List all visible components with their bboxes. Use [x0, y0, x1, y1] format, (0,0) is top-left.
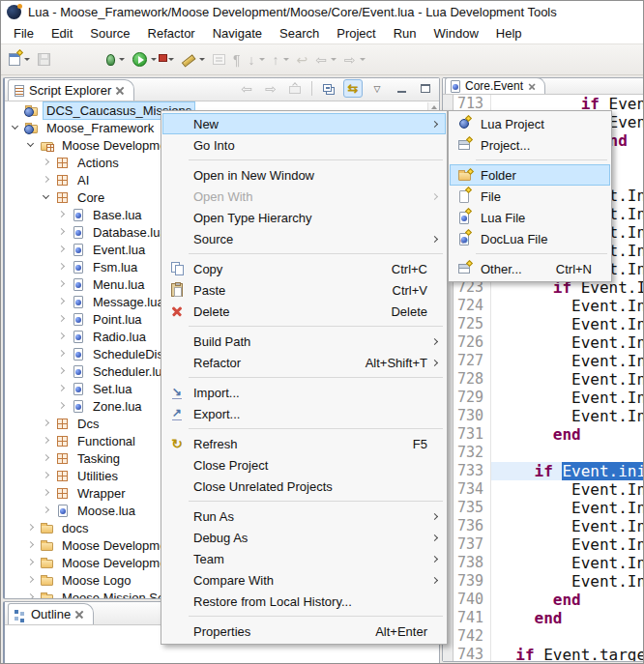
menu-window[interactable]: Window — [425, 24, 487, 43]
code-text[interactable]: Event.IniDCSUnitName = Event.IniDCSUnit:… — [491, 499, 643, 517]
menu-edit[interactable]: Edit — [43, 24, 81, 43]
menu-item-build-path[interactable]: Build Path — [162, 331, 446, 352]
menu-item-lua-file[interactable]: Lua File — [450, 207, 610, 228]
code-text[interactable]: Event.IniDCSGroup = Event.IniDCSUnit:get… — [491, 554, 643, 572]
menu-item-source[interactable]: Source — [162, 228, 446, 249]
run-button[interactable] — [131, 48, 159, 72]
menu-item-other[interactable]: Other...Ctrl+N — [450, 258, 610, 279]
chevron-right-icon[interactable] — [57, 384, 67, 393]
view-menu-button[interactable]: ▽ — [367, 79, 387, 98]
forward-history-button[interactable]: ⇨ — [342, 48, 367, 72]
chevron-right-icon[interactable] — [57, 401, 67, 411]
forward-button[interactable]: ⇨ — [261, 79, 280, 98]
menu-item-delete[interactable]: DeleteDelete — [162, 301, 446, 322]
menu-item-restore-from-local-history[interactable]: Restore from Local History... — [162, 591, 446, 612]
code-text[interactable]: end — [491, 591, 643, 609]
code-line[interactable]: 728 Event.IniUnit = UNIT:FindByName( Eve… — [454, 370, 643, 389]
code-line[interactable]: 739 Event.IniGroupName = Event.IniDCSGro… — [454, 572, 643, 591]
code-line[interactable]: 725 Event.IniDCSGroupName = Event.IniDCS… — [454, 315, 643, 333]
maximize-button[interactable] — [416, 79, 435, 98]
menu-refactor[interactable]: Refactor — [139, 24, 204, 43]
menu-item-export[interactable]: ↗Export... — [162, 403, 446, 424]
chevron-right-icon[interactable] — [57, 262, 67, 272]
chevron-right-icon[interactable] — [26, 540, 36, 550]
chevron-down-icon[interactable] — [11, 123, 20, 132]
tab-outline[interactable]: Outline — [8, 603, 94, 624]
code-text[interactable]: Event.IniDCSGroupName = Event.IniDCSGrou… — [491, 315, 643, 333]
menu-project[interactable]: Project — [328, 24, 384, 43]
chevron-right-icon[interactable] — [57, 349, 67, 359]
code-text[interactable]: Event.IniCoalition = Event.IniDCSUnit:ge… — [491, 389, 643, 407]
chevron-down-icon[interactable] — [26, 140, 36, 150]
chevron-right-icon[interactable] — [26, 523, 36, 533]
scroll-up-icon[interactable] — [431, 105, 437, 109]
code-text[interactable]: Event.IniCategory = Event.IniDCSUnit:get… — [491, 407, 643, 425]
chevron-right-icon[interactable] — [42, 436, 51, 446]
code-line[interactable]: 737 Event.IniUnit = UNIT:FindByName( Eve… — [454, 535, 643, 554]
chevron-right-icon[interactable] — [57, 314, 67, 324]
code-line[interactable]: 738 Event.IniDCSGroup = Event.IniDCSUnit… — [454, 554, 643, 572]
menu-item-run-as[interactable]: Run As — [162, 505, 446, 527]
previous-annotation-button[interactable]: ↑ — [271, 48, 291, 72]
code-line[interactable]: 727 Event.IniUnitName = Event.IniDCSUnit… — [454, 352, 643, 370]
chevron-right-icon[interactable] — [42, 505, 51, 515]
back-history-button[interactable]: ⇦ — [313, 48, 338, 72]
code-line[interactable]: 736 Event.IniUnitName = Event.IniDCSUnit… — [454, 517, 643, 535]
mark-occurrences-button[interactable] — [180, 48, 207, 72]
link-with-editor-button[interactable]: ⇆ — [343, 79, 363, 98]
menu-navigate[interactable]: Navigate — [204, 24, 271, 43]
menu-item-properties[interactable]: PropertiesAlt+Enter — [162, 621, 446, 642]
last-edit-location-button[interactable]: ↩ — [295, 48, 310, 72]
menu-item-close-project[interactable]: Close Project — [162, 454, 446, 476]
code-line[interactable]: 726 Event.IniDCSUnitName = Event.IniDCSU… — [454, 333, 643, 352]
menu-item-folder[interactable]: Folder — [450, 164, 610, 186]
dropdown-arrow-icon[interactable] — [24, 58, 30, 61]
collapse-all-button[interactable] — [319, 79, 338, 98]
code-text[interactable]: Event.IniDCSUnit = Event.initiator — [491, 480, 643, 499]
chevron-right-icon[interactable] — [42, 419, 51, 428]
dropdown-arrow-icon[interactable] — [259, 58, 265, 61]
code-line[interactable]: 724 Event.IniDCSGroup = Event.IniDCSUnit… — [454, 297, 643, 315]
chevron-right-icon[interactable] — [42, 175, 51, 185]
menu-item-paste[interactable]: PasteCtrl+V — [162, 279, 446, 301]
minimize-button[interactable] — [392, 79, 411, 98]
code-text[interactable]: Event.IniDCSUnitName = Event.IniDCSUnit:… — [491, 333, 643, 352]
close-icon[interactable] — [529, 82, 536, 89]
code-line[interactable]: 731 end — [454, 425, 643, 444]
menu-item-debug-as[interactable]: Debug As — [162, 527, 446, 548]
menu-search[interactable]: Search — [271, 24, 328, 43]
close-icon[interactable] — [75, 610, 84, 619]
menu-item-compare-with[interactable]: Compare With — [162, 569, 446, 591]
menu-item-copy[interactable]: CopyCtrl+C — [162, 258, 446, 279]
code-line[interactable]: 743 if Event.target then — [454, 646, 643, 661]
chevron-right-icon[interactable] — [42, 488, 51, 498]
show-whitespace-button[interactable]: ¶ — [231, 48, 243, 72]
menu-help[interactable]: Help — [487, 24, 531, 43]
code-text[interactable]: Event.IniGroupName = Event.IniDCSGroupNa… — [491, 572, 643, 591]
chevron-right-icon[interactable] — [26, 558, 36, 567]
save-button[interactable] — [36, 48, 52, 72]
menu-item-open-with[interactable]: Open With — [162, 186, 446, 207]
code-line[interactable]: 730 Event.IniCategory = Event.IniDCSUnit… — [454, 407, 643, 425]
code-text[interactable]: Event.IniDCSGroup = Event.IniDCSUnit:get… — [491, 297, 643, 315]
back-button[interactable]: ⇦ — [237, 79, 256, 98]
close-icon[interactable] — [116, 86, 125, 95]
code-line[interactable]: 733 if Event.initiator then — [454, 462, 643, 480]
code-line[interactable]: 734 Event.IniDCSUnit = Event.initiator — [454, 480, 643, 499]
code-line[interactable]: 729 Event.IniCoalition = Event.IniDCSUni… — [454, 389, 643, 407]
chevron-right-icon[interactable] — [26, 592, 36, 598]
menu-item-doclua-file[interactable]: @DocLua File — [450, 228, 610, 249]
menu-file[interactable]: File — [5, 24, 43, 43]
menu-run[interactable]: Run — [385, 24, 425, 43]
code-text[interactable]: end — [491, 609, 643, 627]
code-text[interactable]: end — [491, 425, 643, 444]
menu-item-new[interactable]: New — [162, 113, 446, 134]
menu-item-file[interactable]: File — [450, 186, 610, 207]
new-wizard-button[interactable] — [7, 48, 32, 72]
chevron-right-icon[interactable] — [57, 366, 67, 376]
code-text[interactable]: if Event.initiator then — [491, 462, 643, 480]
menu-source[interactable]: Source — [81, 24, 138, 43]
dropdown-arrow-icon[interactable] — [168, 58, 174, 61]
menu-item-go-into[interactable]: Go Into — [162, 134, 446, 156]
open-editor-button[interactable] — [211, 48, 227, 72]
